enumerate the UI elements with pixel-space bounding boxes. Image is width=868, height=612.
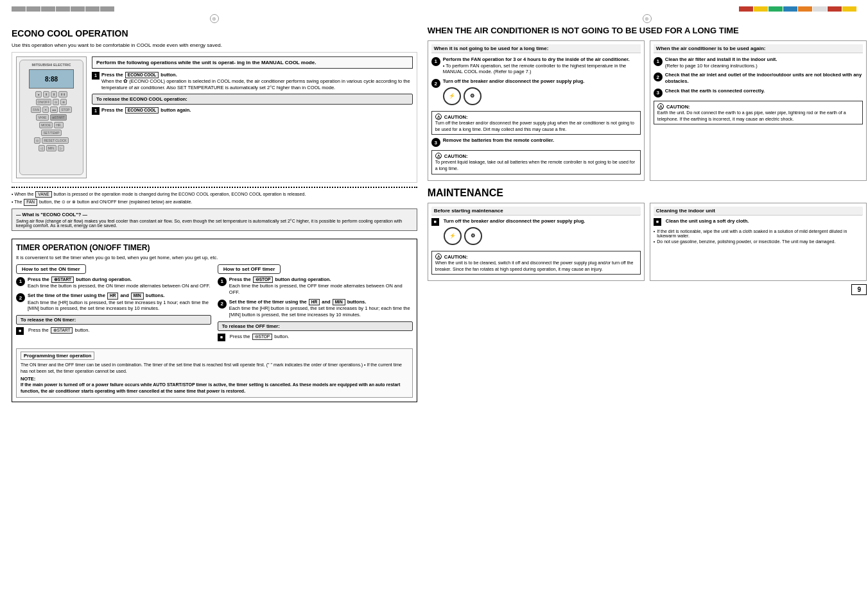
on-release-box: To release the ON timer:: [16, 315, 211, 325]
not-used-step2-badge: 2: [431, 79, 440, 88]
step1-detail: When the ✿ (ECONO COOL) operation is sel…: [101, 78, 410, 90]
step1-press-text: Press the ECONO COOL button.: [101, 72, 177, 78]
econo-step1: 1 Press the ECONO COOL button. When the …: [92, 72, 413, 91]
off-timer-header: How to set OFF timer: [218, 264, 281, 274]
not-used-step1: 1 Perform the FAN operation for 3 or 4 h…: [431, 56, 641, 75]
note1: • When the VANE button is pressed or the…: [12, 191, 417, 198]
hr-btn1: HR: [107, 293, 118, 299]
used-again-step1-detail: (Refer to page 10 for cleaning instructi…: [665, 63, 758, 69]
on-release-label: ■: [16, 327, 24, 335]
perform-box-text: Perform the following operations while t…: [96, 60, 316, 65]
page-number: 9: [851, 284, 867, 295]
maint-two-panel: Before starting maintenance ■ Turn off t…: [428, 203, 867, 281]
off-release-content: Press the ⊖STOP button.: [230, 334, 289, 340]
warning-icon-1: ⚠: [435, 114, 442, 120]
cleaning-bullet1-text: If the dirt is noticeable, wipe the unit…: [657, 229, 863, 238]
before-maint-step: ■ Turn off the breaker and/or disconnect…: [431, 218, 641, 248]
remote-control-image: MITSUBISHI ELECTRIC 8:88 ● ⬆ ⬇ ⬆⬇ ON/OFF…: [16, 56, 87, 178]
step1-label: 1: [92, 72, 100, 80]
before-maint-caution-title: ⚠ CAUTION:: [435, 253, 637, 260]
not-used-step2: 2 Turn off the breaker and/or disconnect…: [431, 78, 641, 108]
off-release-box: To release the OFF timer:: [218, 321, 413, 331]
warning-icon-4: ⚠: [435, 253, 442, 260]
what-is-title: — What is "ECONO COOL"? —: [16, 212, 413, 217]
not-used-step3-badge: 3: [431, 138, 440, 147]
power-icon-3: ⚡: [444, 227, 462, 245]
not-used-step1-content: Perform the FAN operation for 3 or 4 hou…: [443, 56, 641, 75]
off-step2-badge: 2: [218, 300, 227, 309]
used-again-step1-text: Clean the air filter and install it in t…: [665, 56, 777, 62]
caution2-title: ⚠ CAUTION:: [435, 153, 637, 159]
used-again-step2-content: Check that the air inlet and outlet of t…: [665, 72, 863, 85]
dotted-separator: [12, 187, 417, 188]
hr-btn2: HR: [309, 299, 320, 305]
off-release-step: ■ Press the ⊖STOP button.: [218, 334, 413, 341]
bullet-dot-1: •: [654, 229, 655, 238]
on-step1-detail: Each time the button is pressed, the ON …: [28, 283, 210, 289]
not-used-caution1: ⚠ CAUTION: Turn off the breaker and/or d…: [431, 111, 641, 135]
maintenance-section: MAINTENANCE Before starting maintenance …: [428, 187, 867, 281]
stop-release-btn: ⊖STOP: [252, 334, 273, 340]
warning-icon-3: ⚠: [657, 103, 664, 110]
release-step-label: 1: [92, 107, 100, 115]
econo-main-box: MITSUBISHI ELECTRIC 8:88 ● ⬆ ⬇ ⬆⬇ ON/OFF…: [12, 52, 417, 183]
used-again-panel: When the air conditioner is to be used a…: [650, 40, 867, 181]
used-again-step3: 3 Check that the earth is connected corr…: [654, 88, 863, 98]
power-icon-1: ⚡: [443, 87, 461, 105]
cleaning-bullet1: • If the dirt is noticeable, wipe the un…: [654, 229, 863, 238]
off-release-title: To release the OFF timer:: [222, 323, 280, 329]
used-again-caution-text: Earth the unit. Do not connect the earth…: [657, 110, 859, 123]
before-maint-caution-label: CAUTION:: [444, 254, 468, 260]
power-icons-1: ⚡ ⚙: [443, 87, 585, 105]
off-step2-detail: Each time the [HR] button is pressed, th…: [229, 305, 410, 318]
timer-section: TIMER OPERATION (ON/OFF TIMER) It is con…: [12, 239, 417, 402]
on-release-step: ■ Press the ⊕START button.: [16, 327, 211, 335]
off-step1-content: Press the ⊖STOP button during operation.…: [229, 276, 413, 296]
econo-cool-btn: ECONO COOL: [125, 72, 159, 78]
warning-icon-2: ⚠: [435, 153, 442, 159]
cleaning-step-content: Clean the unit using a soft dry cloth.: [666, 218, 749, 225]
cleaning-step: ■ Clean the unit using a soft dry cloth.: [654, 218, 863, 226]
on-step2-content: Set the time of the timer using the HR a…: [28, 293, 211, 312]
power-icon-2: ⚙: [464, 87, 482, 105]
used-again-step3-badge: 3: [654, 89, 663, 98]
prog-text: The ON timer and the OFF timer can be us…: [21, 362, 408, 375]
off-step2: 2 Set the time of the timer using the HR…: [218, 299, 413, 318]
timer-subtitle: It is convenient to set the timer when y…: [16, 255, 413, 260]
before-maint-caution-text: When the unit is to be cleaned, switch i…: [435, 260, 637, 273]
min-btn1: MIN: [131, 293, 144, 299]
econo-instructions: Perform the following operations while t…: [92, 56, 413, 178]
econo-cool-subtitle: Use this operation when you want to be c…: [12, 42, 417, 48]
on-timer-header: How to set the ON timer: [16, 264, 86, 274]
vane-btn-ref: VANE: [35, 191, 51, 198]
cleaning-step-text: Clean the unit using a soft dry cloth.: [666, 218, 749, 224]
fan-btn-ref: FAN: [24, 199, 37, 205]
off-step1-detail: Each time the button is pressed, the OFF…: [229, 283, 403, 295]
before-maint-step-content: Turn off the breaker and/or disconnect t…: [444, 218, 586, 248]
reg-mark-right: ⊕: [643, 14, 652, 23]
used-again-step2-badge: 2: [654, 72, 663, 81]
remote-drawing: MITSUBISHI ELECTRIC 8:88 ● ⬆ ⬇ ⬆⬇ ON/OFF…: [19, 60, 83, 175]
cleaning-panel: Cleaning the indoor unit ■ Clean the uni…: [650, 203, 867, 281]
when-not-used-title: WHEN THE AIR CONDITIONER IS NOT GOING TO…: [428, 26, 867, 37]
before-maint-title: Before starting maintenance: [431, 207, 641, 216]
used-again-step1: 1 Clean the air filter and install it in…: [654, 56, 863, 69]
used-again-step3-text: Check that the earth is connected correc…: [665, 88, 765, 94]
used-again-caution-label: CAUTION:: [666, 104, 690, 110]
off-step1: 1 Press the ⊖STOP button during operatio…: [218, 276, 413, 296]
release-text: Press the ECONO COOL button again.: [101, 107, 191, 113]
not-used-step1-text: Perform the FAN operation for 3 or 4 hou…: [443, 56, 630, 62]
cleaning-bullet2: • Do not use gasoline, benzine, polishin…: [654, 239, 863, 244]
power-icon-4: ⚙: [464, 227, 482, 245]
used-again-step2-text: Check that the air inlet and outlet of t…: [665, 72, 862, 84]
note-label: NOTE:: [21, 376, 408, 382]
econo-release-box: To release the ECONO COOL operation:: [92, 94, 413, 105]
timer-two-col: How to set the ON timer 1 Press the ⊕STA…: [16, 264, 413, 344]
not-used-step2-content: Turn off the breaker and/or disconnect t…: [443, 78, 585, 108]
on-release-title: To release the ON timer:: [21, 317, 76, 323]
not-used-step3-text: Remove the batteries from the remote con…: [443, 137, 554, 143]
econo-release-step: 1 Press the ECONO COOL button again.: [92, 107, 413, 115]
used-again-caution: ⚠ CAUTION: Earth the unit. Do not connec…: [654, 101, 863, 125]
release-content: Press the ECONO COOL button again.: [101, 107, 191, 114]
before-maint-step-label: ■: [431, 218, 439, 226]
